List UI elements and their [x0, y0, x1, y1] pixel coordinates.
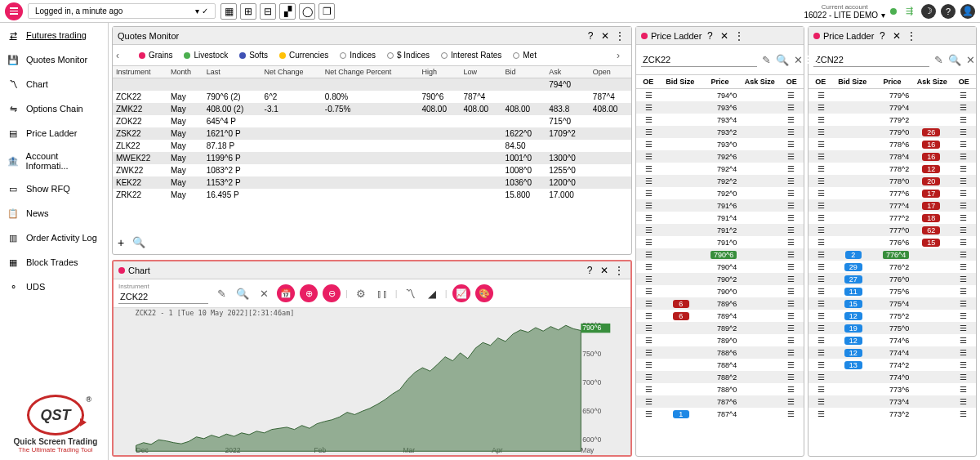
sidebar-item[interactable]: ⇋Options Chain	[0, 96, 108, 121]
ladder-row[interactable]: ☰779^4☰	[808, 101, 976, 114]
oe-cell[interactable]: ☰	[808, 275, 834, 284]
oe-cell[interactable]: ☰	[636, 299, 662, 308]
oe-cell[interactable]: ☰	[951, 409, 976, 418]
ladder-row[interactable]: ☰792^4☰	[636, 163, 804, 175]
oe-cell[interactable]: ☰	[636, 287, 662, 296]
menu-icon[interactable]: ⋮	[612, 264, 626, 277]
oe-cell[interactable]: ☰	[636, 385, 662, 394]
oe-cell[interactable]: ☰	[778, 397, 804, 406]
chart-area[interactable]: ZCK22 - 1 [Tue 10 May 2022][2:31:46am] 8…	[114, 308, 630, 455]
ladder-row[interactable]: ☰773^4☰	[808, 395, 976, 408]
table-row[interactable]: ZRK22May16.495 P15.80017.000	[113, 189, 631, 201]
sidebar-item[interactable]: 🏦Account Informati...	[0, 145, 108, 176]
ladder-row[interactable]: ☰792^6☰	[636, 150, 804, 163]
ladder-row[interactable]: ☰792^2☰	[636, 175, 804, 187]
ladder-row[interactable]: ☰11775^6☰	[808, 285, 976, 297]
sidebar-item[interactable]: ⚬UDS	[0, 275, 108, 299]
clear-icon[interactable]: ✕	[256, 285, 272, 301]
help-icon[interactable]: ?	[703, 29, 716, 42]
oe-cell[interactable]: ☰	[778, 287, 804, 296]
moon-icon[interactable]: ☽	[921, 4, 936, 19]
oe-cell[interactable]: ☰	[778, 91, 804, 100]
category-tab[interactable]: Softs	[239, 51, 268, 60]
signal-icon[interactable]: ⇶	[902, 4, 916, 19]
ladder-row[interactable]: ☰778^416☰	[808, 150, 976, 163]
candle-icon[interactable]: ⫿⫿	[374, 285, 390, 301]
symbol-input[interactable]	[641, 53, 757, 67]
oe-cell[interactable]: ☰	[808, 164, 834, 173]
ladder-row[interactable]: ☰793^6☰	[636, 101, 804, 114]
clear-icon[interactable]: ✕	[966, 51, 975, 68]
ladder-row[interactable]: ☰788^0☰	[636, 383, 804, 395]
table-row[interactable]: ZLK22May87.18 P84.50	[113, 140, 631, 152]
category-tab[interactable]: Met	[513, 51, 537, 60]
oe-cell[interactable]: ☰	[636, 91, 662, 100]
ladder-row[interactable]: ☰776^615☰	[808, 236, 976, 248]
oe-cell[interactable]: ☰	[808, 324, 834, 333]
oe-cell[interactable]: ☰	[808, 262, 834, 271]
oe-cell[interactable]: ☰	[636, 213, 662, 222]
column-header[interactable]: Instrument	[113, 66, 167, 78]
oe-cell[interactable]: ☰	[808, 373, 834, 382]
ladder-row[interactable]: ☰779^6☰	[808, 89, 976, 101]
oe-cell[interactable]: ☰	[951, 397, 976, 406]
ladder-row[interactable]: ☰790^2☰	[636, 273, 804, 285]
search-icon[interactable]: 🔍	[234, 285, 251, 301]
menu-icon[interactable]: ⋮	[733, 29, 746, 42]
sidebar-item[interactable]: ▭Show RFQ	[0, 176, 108, 201]
oe-cell[interactable]: ☰	[778, 103, 804, 112]
sidebar-item[interactable]: ▥Order Activity Log	[0, 226, 108, 250]
oe-cell[interactable]: ☰	[808, 176, 834, 185]
oe-cell[interactable]: ☰	[951, 287, 976, 296]
oe-cell[interactable]: ☰	[778, 140, 804, 149]
oe-cell[interactable]: ☰	[808, 226, 834, 234]
ladder-row[interactable]: ☰793^2☰	[636, 126, 804, 138]
oe-cell[interactable]: ☰	[636, 115, 662, 124]
palette-button[interactable]: 🎨	[475, 284, 493, 302]
oe-cell[interactable]: ☰	[778, 115, 804, 124]
ladder-row[interactable]: ☰787^6☰	[636, 395, 804, 408]
zoom-out-button[interactable]: ⊖	[323, 284, 341, 302]
edit-icon[interactable]: ✎	[762, 51, 771, 68]
user-icon[interactable]: 👤	[960, 4, 975, 19]
oe-cell[interactable]: ☰	[636, 238, 662, 247]
help-icon[interactable]: ?	[875, 29, 889, 42]
oe-cell[interactable]: ☰	[808, 336, 834, 345]
close-icon[interactable]: ✕	[718, 29, 731, 42]
ladder-row[interactable]: ☰791^0☰	[636, 236, 804, 248]
oe-cell[interactable]: ☰	[951, 103, 976, 112]
oe-cell[interactable]: ☰	[636, 250, 662, 259]
oe-cell[interactable]: ☰	[778, 250, 804, 259]
calendar-button[interactable]: 📅	[277, 284, 295, 302]
oe-cell[interactable]: ☰	[778, 373, 804, 382]
oe-cell[interactable]: ☰	[808, 115, 834, 124]
column-header[interactable]: Bid	[502, 66, 546, 78]
oe-cell[interactable]: ☰	[808, 152, 834, 161]
ladder-row[interactable]: ☰777^062☰	[808, 224, 976, 236]
oe-cell[interactable]: ☰	[808, 360, 834, 369]
ladder-row[interactable]: ☰788^6☰	[636, 346, 804, 359]
oe-cell[interactable]: ☰	[951, 262, 976, 271]
ladder-row[interactable]: ☰778^616☰	[808, 138, 976, 150]
oe-cell[interactable]: ☰	[808, 201, 834, 210]
oe-cell[interactable]: ☰	[951, 91, 976, 100]
oe-cell[interactable]: ☰	[951, 127, 976, 136]
search-icon[interactable]: 🔍	[132, 236, 145, 249]
oe-cell[interactable]: ☰	[808, 213, 834, 222]
ladder-row[interactable]: ☰790^0☰	[636, 285, 804, 297]
oe-cell[interactable]: ☰	[951, 324, 976, 333]
oe-cell[interactable]: ☰	[636, 140, 662, 149]
table-row[interactable]: ZSK22May1621^0 P1622^01709^2	[113, 127, 631, 140]
oe-cell[interactable]: ☰	[808, 140, 834, 149]
ladder-row[interactable]: ☰778^212☰	[808, 163, 976, 175]
menu-icon[interactable]: ⋮	[613, 29, 626, 42]
ladder-row[interactable]: ☰779^2☰	[808, 114, 976, 126]
oe-cell[interactable]: ☰	[808, 287, 834, 296]
oe-cell[interactable]: ☰	[778, 226, 804, 234]
sidebar-item[interactable]: ▤Price Ladder	[0, 121, 108, 145]
oe-cell[interactable]: ☰	[951, 250, 976, 259]
search-icon[interactable]: 🔍	[776, 51, 789, 68]
oe-cell[interactable]: ☰	[951, 348, 976, 357]
table-row[interactable]: ZWK22May1083^2 P1008^01255^0	[113, 164, 631, 176]
menu-icon[interactable]: ⋮	[905, 29, 918, 42]
